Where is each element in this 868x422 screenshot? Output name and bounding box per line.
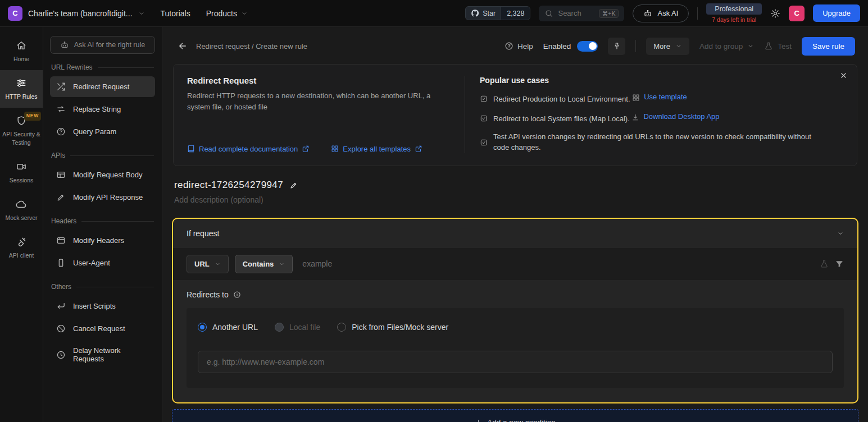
rail-item-label: Sessions bbox=[10, 176, 34, 184]
external-link-icon bbox=[302, 145, 310, 153]
enabled-toggle[interactable] bbox=[577, 41, 598, 52]
add-to-group-label: Add to group bbox=[699, 42, 743, 51]
sidebar-item-modify-api-response[interactable]: Modify API Response bbox=[50, 187, 155, 208]
rule-type-description: Redirect HTTP requests to a new destinat… bbox=[187, 90, 446, 112]
rail-item-label: Home bbox=[13, 55, 29, 63]
more-label: More bbox=[653, 42, 670, 51]
nav-products[interactable]: Products bbox=[206, 9, 248, 18]
sidebar-item-delay-network-requests[interactable]: Delay Network Requests bbox=[50, 341, 155, 369]
nav-products-label: Products bbox=[206, 9, 237, 18]
sidebar-item-cancel-request[interactable]: Cancel Request bbox=[50, 318, 155, 339]
template-grid-icon bbox=[331, 145, 339, 153]
pencil-icon bbox=[56, 192, 66, 202]
enabled-control: Enabled bbox=[543, 41, 598, 52]
divider bbox=[635, 40, 636, 52]
use-template-link[interactable]: Use template bbox=[632, 91, 687, 103]
sidebar-group-others: Others bbox=[51, 283, 154, 291]
download-icon bbox=[631, 113, 639, 121]
back-arrow-button[interactable] bbox=[178, 41, 188, 51]
sidebar-item-user-agent[interactable]: User-Agent bbox=[50, 253, 155, 273]
enabled-label: Enabled bbox=[543, 42, 571, 51]
radio-label: Local file bbox=[289, 323, 320, 332]
user-avatar[interactable]: C bbox=[789, 6, 805, 21]
upgrade-button[interactable]: Upgrade bbox=[813, 4, 860, 22]
app-root: C Charlie's team (bancroftdigit... Tutor… bbox=[0, 0, 868, 422]
templates-link[interactable]: Explore all templates bbox=[331, 145, 422, 153]
radio-local-file[interactable]: Local file bbox=[275, 323, 320, 332]
sidebar-item-label: Modify Headers bbox=[73, 236, 124, 245]
add-new-condition-button[interactable]: Add a new condition bbox=[172, 409, 858, 422]
use-case-item: Redirect to local System files (Map Loca… bbox=[480, 111, 829, 124]
add-to-group-dropdown[interactable]: Add to group bbox=[699, 42, 754, 51]
download-desktop-app-link[interactable]: Download Desktop App bbox=[631, 111, 719, 122]
rail-item-label: Mock server bbox=[5, 214, 37, 222]
radio-another-url[interactable]: Another URL bbox=[198, 323, 258, 332]
destination-panel: Another URL Local file Pick from Files/M… bbox=[187, 308, 844, 388]
home-icon bbox=[16, 40, 27, 51]
filter-funnel-icon[interactable] bbox=[835, 259, 844, 268]
edit-pencil-icon[interactable] bbox=[289, 181, 298, 190]
sidebar-item-label: Modify API Response bbox=[73, 193, 143, 201]
settings-gear-button[interactable] bbox=[770, 8, 780, 19]
search-placeholder: Search bbox=[558, 9, 581, 17]
workspace-switcher[interactable]: C Charlie's team (bancroftdigit... bbox=[8, 6, 145, 21]
if-request-section: If request URL Contains bbox=[172, 218, 858, 403]
info-circle-icon[interactable] bbox=[233, 291, 241, 299]
destination-url-input[interactable] bbox=[198, 351, 833, 373]
rail-item-sessions[interactable]: Sessions bbox=[0, 154, 43, 191]
radio-dot bbox=[198, 323, 207, 332]
more-dropdown[interactable]: More bbox=[646, 38, 689, 55]
rail-item-mock-server[interactable]: Mock server bbox=[0, 191, 43, 229]
sidebar-item-modify-request-body[interactable]: Modify Request Body bbox=[50, 164, 155, 185]
sidebar-item-redirect-request[interactable]: Redirect Request bbox=[50, 76, 155, 97]
rail-item-http-rules[interactable]: HTTP Rules bbox=[0, 70, 43, 108]
pin-button[interactable] bbox=[608, 38, 625, 55]
sidebar-group-apis: APIs bbox=[51, 152, 154, 159]
documentation-link[interactable]: Read complete documentation bbox=[187, 145, 310, 153]
sidebar-item-insert-scripts[interactable]: Insert Scripts bbox=[50, 296, 155, 316]
test-button[interactable]: Test bbox=[764, 42, 792, 51]
workspace-avatar: C bbox=[8, 6, 22, 21]
sidebar-item-replace-string[interactable]: Replace String bbox=[50, 99, 155, 120]
chevron-down-icon bbox=[747, 43, 754, 49]
rail-item-api-client[interactable]: API client bbox=[0, 229, 43, 267]
clock-icon bbox=[56, 350, 66, 360]
github-star-widget[interactable]: Star 2,328 bbox=[465, 6, 530, 20]
documentation-link-label: Read complete documentation bbox=[199, 145, 298, 153]
primary-nav-rail: Home HTTP Rules NEW API Security & Testi… bbox=[0, 27, 43, 422]
nav-tutorials[interactable]: Tutorials bbox=[161, 9, 190, 18]
sidebar-item-query-param[interactable]: Query Param bbox=[50, 121, 155, 142]
if-request-header[interactable]: If request bbox=[173, 219, 857, 248]
workspace-name: Charlie's team (bancroftdigit... bbox=[28, 9, 133, 18]
robot-icon bbox=[60, 40, 69, 49]
source-key-value: URL bbox=[194, 260, 210, 268]
rail-item-label: HTTP Rules bbox=[6, 93, 38, 100]
source-key-dropdown[interactable]: URL bbox=[187, 255, 229, 273]
breadcrumb: Redirect request / Create new rule bbox=[178, 41, 307, 51]
sidebar-group-headers: Headers bbox=[51, 217, 154, 225]
radio-dot bbox=[275, 323, 284, 332]
help-button[interactable]: Help bbox=[505, 42, 533, 51]
global-search[interactable]: Search ⌘+K bbox=[539, 6, 624, 21]
radio-dot bbox=[337, 323, 346, 332]
source-value-input[interactable] bbox=[299, 257, 814, 270]
save-rule-button[interactable]: Save rule bbox=[802, 37, 855, 56]
pin-icon bbox=[612, 42, 621, 51]
sidebar-item-label: User-Agent bbox=[73, 259, 110, 267]
source-operator-value: Contains bbox=[243, 260, 274, 268]
close-icon[interactable] bbox=[839, 71, 848, 82]
sidebar-item-label: Redirect Request bbox=[73, 82, 129, 91]
sidebar-item-modify-headers[interactable]: Modify Headers bbox=[50, 230, 155, 251]
ban-icon bbox=[56, 324, 66, 333]
rule-name[interactable]: redirect-1726254279947 bbox=[174, 180, 283, 191]
radio-pick-from-files[interactable]: Pick from Files/Mock server bbox=[337, 323, 448, 332]
test-label: Test bbox=[778, 42, 792, 51]
ask-ai-for-rule-button[interactable]: Ask AI for the right rule bbox=[50, 36, 155, 54]
rule-description-placeholder[interactable]: Add description (optional) bbox=[174, 195, 856, 204]
ask-ai-button[interactable]: Ask AI bbox=[633, 4, 689, 22]
rail-item-home[interactable]: Home bbox=[0, 33, 43, 70]
rail-item-api-security[interactable]: NEW API Security & Testing bbox=[0, 108, 43, 153]
search-icon bbox=[544, 9, 553, 18]
rule-editor-toolbar: Redirect request / Create new rule Help … bbox=[171, 34, 860, 58]
source-operator-dropdown[interactable]: Contains bbox=[235, 255, 293, 273]
